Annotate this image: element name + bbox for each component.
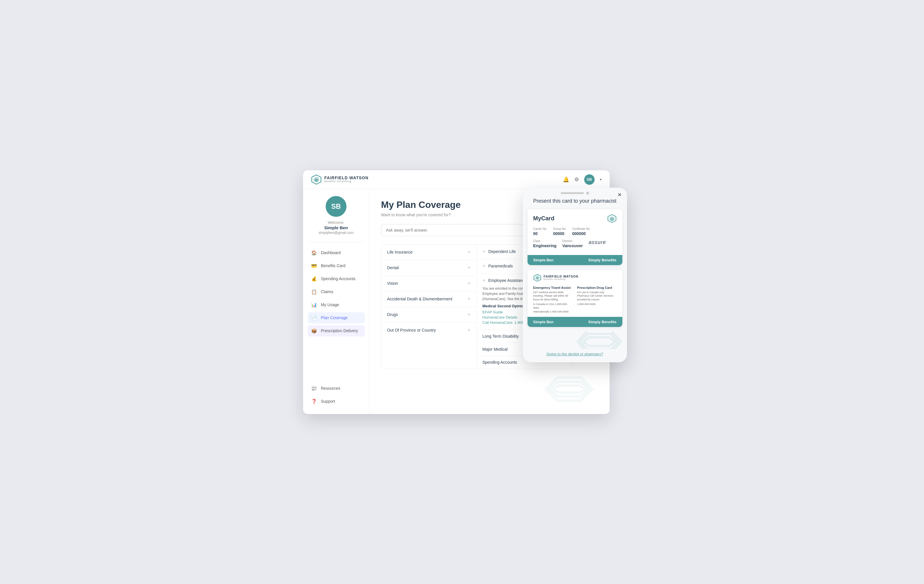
sidebar-item-support[interactable]: ❓ Support	[308, 396, 365, 407]
expand-icon: +	[482, 277, 485, 284]
drug-title: Prescription Drug Card	[577, 286, 617, 289]
sidebar-item-label: Spending Accounts	[321, 276, 356, 281]
notification-icon[interactable]: 🔔	[563, 177, 569, 183]
group-value: 00000	[553, 231, 566, 236]
sidebar-item-label: Benefits Card	[321, 263, 346, 268]
dashboard-icon: 🏠	[311, 250, 317, 256]
coverage-item-label: Dental	[387, 266, 399, 270]
fw-card-logo-row: FAIRFIELD WATSON benefits consulting	[533, 274, 617, 282]
sidebar-avatar-initials: SB	[331, 202, 341, 211]
expand-icon: +	[467, 249, 470, 255]
card1-group: Group No. 00000	[553, 227, 566, 236]
mycard-title: MyCard	[533, 215, 554, 222]
coverage-item-drugs[interactable]: Drugs +	[381, 307, 477, 323]
card1-division: Division Vancouver	[562, 239, 583, 248]
sidebar-item-prescription-delivery[interactable]: 📦 Prescription Delivery	[308, 325, 365, 337]
user-avatar[interactable]: SB	[584, 174, 595, 185]
sidebar-item-plan-coverage[interactable]: 📄 Plan Coverage	[308, 312, 365, 323]
top-nav: FAIRFIELD WATSON benefits consulting 🔔 ⚙…	[303, 170, 610, 189]
coverage-item-label: Vision	[387, 281, 398, 285]
support-icon: ❓	[311, 399, 317, 404]
plan-coverage-icon: 📄	[311, 315, 317, 321]
sidebar-item-label: Plan Coverage	[321, 315, 348, 320]
sidebar-item-claims[interactable]: 📋 Claims	[308, 286, 365, 297]
coverage-item-out-of-province[interactable]: Out Of Province or Country +	[381, 323, 477, 338]
sidebar-item-benefits-card[interactable]: 💳 Benefits Card	[308, 260, 365, 272]
sidebar: SB Welcome, Simple Ben simplyben@gmail.c…	[303, 189, 370, 414]
mycard-logo-icon	[607, 214, 617, 223]
coverage-item-label: Paramedicals	[488, 264, 513, 268]
card1-cert: Certificate No. 000000	[573, 227, 591, 236]
coverage-item-label: Drugs	[387, 312, 398, 317]
expand-icon: +	[467, 327, 470, 333]
phone-camera	[586, 192, 589, 195]
expand-icon: +	[467, 312, 470, 318]
coverage-item-add[interactable]: Accidental Death & Dismemberment +	[381, 291, 477, 307]
sidebar-item-my-usage[interactable]: 📊 My Usage	[308, 299, 365, 310]
sidebar-item-label: Prescription Delivery	[321, 328, 358, 333]
carrier-value: 00	[533, 231, 548, 236]
sidebar-item-dashboard[interactable]: 🏠 Dashboard	[308, 247, 365, 259]
coverage-item-label: Long Term Disability	[482, 334, 519, 338]
emergency-title: Emergency Travel Assist	[533, 286, 573, 289]
cert-value: 000000	[573, 231, 591, 236]
close-button[interactable]: ✕	[617, 192, 622, 198]
dentist-pharmacy-link[interactable]: Going to the dentist or pharmacy?	[546, 352, 603, 356]
spending-icon: 💰	[311, 276, 317, 282]
coverage-item-vision[interactable]: Vision +	[381, 276, 477, 291]
cert-label: Certificate No.	[573, 227, 591, 231]
mycard-footer: Simple Ben Simply Benefits	[528, 255, 622, 265]
expand-icon: +	[467, 280, 470, 287]
sidebar-avatar: SB	[326, 196, 346, 217]
card-watermark	[573, 332, 622, 349]
coverage-item-dental[interactable]: Dental +	[381, 260, 477, 276]
card1-fields-row1: Carrier No. 00 Group No. 00000 Certifica…	[533, 227, 617, 236]
coverage-item-label: Life Insurance	[387, 250, 412, 254]
fw-logo-sub: benefits consulting	[544, 278, 578, 281]
card1-carrier: Carrier No. 00	[533, 227, 548, 236]
logo-text-block: FAIRFIELD WATSON benefits consulting	[325, 176, 369, 183]
sidebar-item-label: Claims	[321, 289, 333, 294]
expand-icon: +	[482, 263, 485, 269]
phone-notch	[561, 192, 584, 194]
emergency-text2: In Canada or USA 1-800-000-0000	[533, 302, 573, 310]
sidebar-item-spending-accounts[interactable]: 💰 Spending Accounts	[308, 273, 365, 284]
sidebar-profile: SB Welcome, Simple Ben simplyben@gmail.c…	[308, 196, 365, 242]
fw-card-emergency-col: Emergency Travel Assist 24/7 medical ser…	[533, 286, 573, 314]
svg-marker-14	[584, 337, 615, 346]
fw-card-drug-col: Prescription Drug Card For use in Canada…	[577, 286, 617, 314]
fw-card-logo-text: FAIRFIELD WATSON benefits consulting	[544, 275, 578, 281]
expand-icon: +	[467, 265, 470, 271]
mycard-top: MyCard Carrier No. 00 Group No. 00000	[528, 210, 622, 255]
group-label: Group No.	[553, 227, 566, 231]
sidebar-user-name: Simple Ben	[324, 225, 348, 230]
phone-popup: ✕ Present this card to your pharmacist M…	[523, 188, 627, 363]
sidebar-item-label: My Usage	[321, 302, 339, 307]
avatar-initials: SB	[586, 177, 592, 181]
mycard-block: MyCard Carrier No. 00 Group No. 00000	[528, 210, 622, 265]
logo-sub-text: benefits consulting	[325, 180, 369, 183]
benefits-card-icon: 💳	[311, 263, 317, 269]
class-label: Class	[533, 239, 557, 243]
class-value: Engineering	[533, 243, 557, 248]
logo-icon	[311, 174, 322, 185]
sidebar-welcome-text: Welcome,	[328, 220, 345, 224]
sidebar-item-label: Support	[321, 399, 335, 404]
dropdown-arrow-icon[interactable]: ▾	[600, 178, 602, 181]
claims-icon: 📋	[311, 289, 317, 295]
phone-notch-bar	[523, 192, 627, 195]
prescription-icon: 📦	[311, 328, 317, 333]
sidebar-item-resources[interactable]: 📰 Resources	[308, 383, 365, 394]
coverage-item-label: Major Medical	[482, 347, 508, 351]
settings-icon[interactable]: ⚙	[574, 177, 579, 183]
mycard-header-row: MyCard	[533, 214, 617, 223]
logo-area: FAIRFIELD WATSON benefits consulting	[311, 174, 369, 185]
mycard-footer-brand: Simply Benefits	[588, 258, 617, 262]
card1-class: Class Engineering	[533, 239, 557, 248]
sidebar-user-email: simplyben@gmail.com	[319, 231, 354, 235]
fw-card-info-row: Emergency Travel Assist 24/7 medical ser…	[533, 286, 617, 314]
sidebar-item-label: Resources	[321, 386, 340, 391]
phone-popup-header: Present this card to your pharmacist	[523, 198, 627, 210]
coverage-item-life-insurance[interactable]: Life Insurance +	[381, 244, 477, 260]
fw-card-block: FAIRFIELD WATSON benefits consulting Eme…	[528, 270, 622, 327]
